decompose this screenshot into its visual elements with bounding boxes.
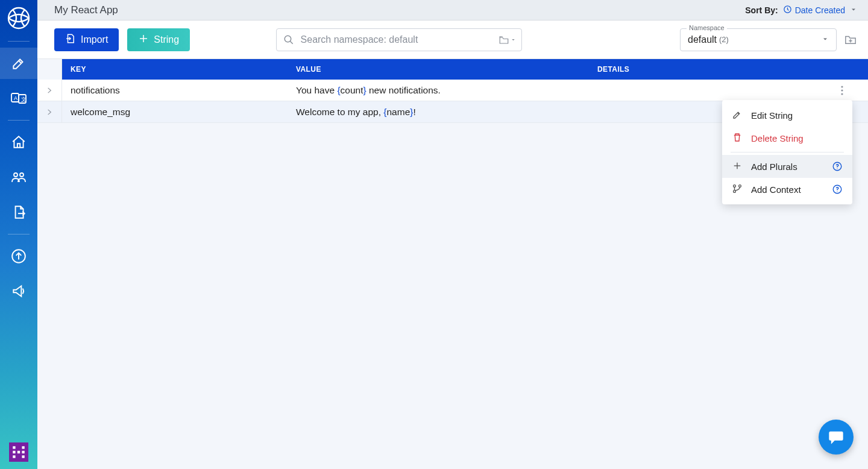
menu-context-label: Add Context (751, 184, 801, 195)
row-expander[interactable] (37, 80, 62, 101)
svg-rect-13 (13, 451, 15, 453)
plus-icon (732, 160, 743, 173)
menu-edit-string[interactable]: Edit String (722, 104, 852, 127)
column-header-details[interactable]: DETAILS (589, 59, 816, 80)
pencil-icon (732, 109, 743, 122)
main: My React App Sort By: Date Created Impor… (37, 0, 868, 469)
plus-icon (138, 33, 149, 46)
svg-point-17 (841, 86, 843, 87)
svg-point-25 (734, 184, 736, 187)
column-header-actions (816, 59, 868, 80)
svg-text:文: 文 (21, 96, 27, 102)
svg-rect-10 (17, 451, 20, 453)
svg-rect-8 (13, 446, 15, 449)
trash-icon (732, 132, 743, 145)
chevron-down-icon[interactable] (850, 5, 857, 16)
header-expander-placeholder (37, 59, 62, 80)
sort-by-value: Date Created (795, 5, 845, 15)
table-header: KEY VALUE DETAILS (37, 59, 868, 80)
column-header-value[interactable]: VALUE (288, 59, 589, 80)
cell-key: notifications (62, 85, 288, 96)
svg-point-27 (739, 184, 741, 187)
sidebar-item-edit[interactable] (0, 48, 37, 79)
help-icon[interactable] (832, 184, 843, 195)
menu-delete-string[interactable]: Delete String (722, 127, 852, 150)
row-actions[interactable] (816, 86, 868, 95)
sidebar-item-team[interactable] (0, 162, 37, 193)
namespace-value: default (688, 34, 717, 45)
sidebar-item-announce[interactable] (0, 275, 37, 307)
import-button[interactable]: Import (54, 28, 119, 51)
add-string-button[interactable]: String (127, 28, 190, 51)
search-folder-filter[interactable] (498, 35, 516, 44)
menu-edit-label: Edit String (751, 110, 793, 121)
sidebar-item-upload[interactable] (0, 241, 37, 272)
svg-point-29 (837, 191, 837, 192)
menu-add-context[interactable]: Add Context (722, 178, 852, 201)
svg-rect-11 (13, 455, 15, 458)
cell-value: Welcome to my app, {name}! (288, 107, 589, 118)
svg-rect-9 (22, 446, 24, 449)
column-header-key[interactable]: KEY (62, 59, 288, 80)
sort-by-label: Sort By: (745, 5, 778, 15)
clock-icon (783, 5, 792, 16)
table-row[interactable]: notifications You have {count} new notif… (37, 80, 868, 101)
page-header: My React App Sort By: Date Created (37, 0, 868, 20)
app-logo[interactable] (5, 5, 32, 31)
namespace-count: (2) (719, 35, 729, 44)
page-title: My React App (54, 4, 118, 16)
import-label: Import (81, 34, 108, 45)
sidebar-bottom-avatar[interactable] (0, 442, 37, 462)
sort-by-selector[interactable]: Date Created (783, 5, 845, 16)
svg-text:A: A (14, 95, 17, 101)
chevron-down-icon (822, 34, 829, 45)
divider (8, 120, 30, 121)
svg-point-0 (8, 8, 29, 28)
sidebar: A文 (0, 0, 37, 469)
divider (731, 152, 844, 153)
cell-key: welcome_msg (62, 107, 288, 118)
cell-value: You have {count} new notifications. (288, 85, 589, 96)
search-container (276, 28, 522, 51)
row-expander[interactable] (37, 101, 62, 122)
svg-point-24 (837, 168, 837, 169)
svg-point-19 (841, 93, 843, 95)
sidebar-item-translate[interactable]: A文 (0, 83, 37, 114)
svg-rect-14 (22, 451, 24, 453)
import-icon (65, 33, 76, 46)
svg-point-18 (841, 89, 843, 91)
sidebar-item-home[interactable] (0, 127, 37, 158)
svg-rect-12 (22, 455, 24, 458)
sidebar-item-export[interactable] (0, 197, 37, 228)
namespace-legend: Namespace (687, 24, 727, 31)
svg-point-5 (14, 173, 17, 177)
help-icon[interactable] (832, 161, 843, 172)
string-label: String (154, 34, 179, 45)
menu-plurals-label: Add Plurals (751, 162, 797, 172)
branch-icon (732, 183, 743, 196)
search-input[interactable] (276, 28, 522, 51)
chat-fab[interactable] (819, 420, 854, 455)
svg-point-16 (285, 36, 291, 42)
svg-point-26 (734, 190, 736, 192)
menu-add-plurals[interactable]: Add Plurals (722, 155, 852, 178)
search-icon (283, 34, 294, 45)
menu-delete-label: Delete String (751, 133, 804, 143)
toolbar: Import String Namespace default (2) (37, 20, 868, 59)
svg-point-6 (20, 173, 24, 177)
add-namespace-button[interactable] (844, 33, 857, 46)
divider (8, 234, 30, 234)
divider (8, 41, 30, 42)
row-context-menu: Edit String Delete String Add Plurals Ad… (722, 100, 852, 204)
namespace-select[interactable]: Namespace default (2) (680, 28, 837, 51)
